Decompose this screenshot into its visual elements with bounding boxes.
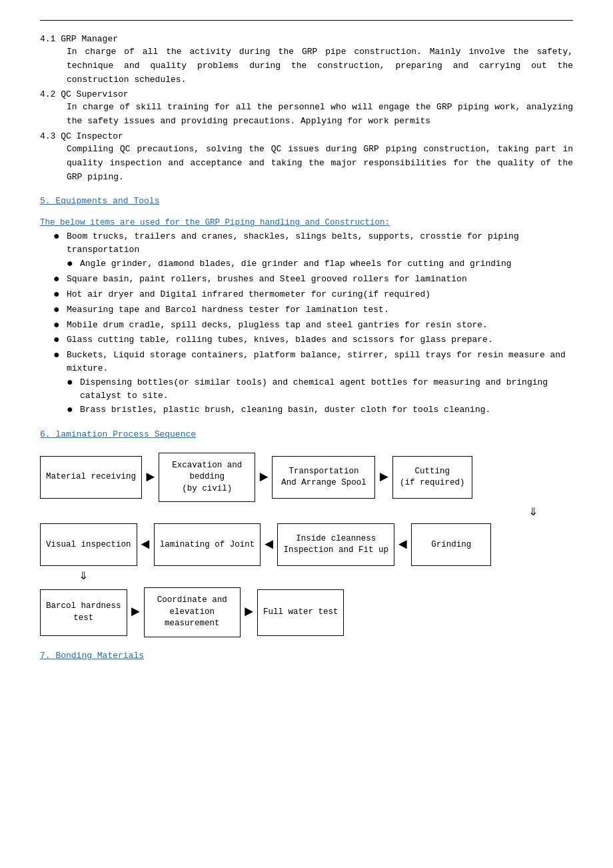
arrow-left-1: ◄ <box>141 537 150 553</box>
flow-label-barcol: Barcol hardness test <box>46 601 121 624</box>
flow-label-visual: Visual inspection <box>46 539 131 551</box>
bullet-text: Hot air dryer and Digital infrared therm… <box>67 288 430 301</box>
top-border <box>40 20 573 21</box>
flow-label-transportation: Transportation And Arrange Spool <box>281 466 366 489</box>
bullet-icon: ● <box>53 349 64 363</box>
subsection-4-2-title: 4.2 QC Supervisor <box>40 89 573 99</box>
bullet-text: Mobile drum cradle, spill decks, plugles… <box>67 319 488 332</box>
flow-label-grinding: Grinding <box>431 539 471 551</box>
subsection-4-3: 4.3 QC Inspector Compiling QC precaution… <box>40 131 573 184</box>
section6-heading: 6. lamination Process Sequence <box>40 429 573 439</box>
list-item: ● Square basin, paint rollers, brushes a… <box>40 273 573 287</box>
flow-box-transportation: Transportation And Arrange Spool <box>272 456 375 499</box>
flow-box-grinding: Grinding <box>411 523 491 566</box>
list-item: ● Dispensing bottles(or similar tools) a… <box>40 376 573 402</box>
bullet-icon: ● <box>53 273 64 287</box>
arrow-right-4: ► <box>131 604 140 621</box>
equipment-list: ● Boom trucks, trailers and cranes, shac… <box>40 230 573 417</box>
bullet-icon: ● <box>53 303 64 317</box>
bullet-text: Dispensing bottles(or similar tools) and… <box>80 376 573 402</box>
arrow-left-3: ◄ <box>398 537 407 553</box>
list-item: ● Hot air dryer and Digital infrared the… <box>40 288 573 302</box>
bullet-text: Measuring tape and Barcol hardness teste… <box>67 303 389 317</box>
bullet-icon: ● <box>53 230 64 244</box>
flow-label-laminating: laminating of Joint <box>160 539 255 551</box>
arrow-right-1: ► <box>146 469 155 486</box>
down-arrow-visual: ⇓ <box>79 566 87 586</box>
section5-heading: 5. Equipments and Tools <box>40 196 573 206</box>
bullet-icon: ● <box>53 288 64 302</box>
flow-label-material-receiving: Material receiving <box>46 471 136 483</box>
bullet-text: Glass cutting table, rolling tubes, kniv… <box>67 333 493 347</box>
flow-box-barcol: Barcol hardness test <box>40 589 127 636</box>
list-item: ● Glass cutting table, rolling tubes, kn… <box>40 333 573 347</box>
list-item: ● Buckets, Liquid storage containers, pl… <box>40 349 573 375</box>
flow-box-coordinate: Coordinate and elevation measurement <box>144 587 241 637</box>
section7-heading: 7. Bonding Materials <box>40 651 573 661</box>
list-item: ● Measuring tape and Barcol hardness tes… <box>40 303 573 317</box>
flow-box-material-receiving: Material receiving <box>40 456 142 499</box>
subsection-4-3-body: Compiling QC precautions, solving the QC… <box>40 143 573 184</box>
flow-box-cutting: Cutting (if required) <box>392 456 472 499</box>
flow-box-fullwater: Full water test <box>257 589 344 636</box>
page: 4.1 GRP Manager In charge of all the act… <box>0 0 613 691</box>
list-item: ● Brass bristles, plastic brush, cleanin… <box>40 403 573 417</box>
arrow-right-2: ► <box>259 469 268 486</box>
bullet-text: Brass bristles, plastic brush, cleaning … <box>80 403 490 417</box>
bullet-text: Square basin, paint rollers, brushes and… <box>67 273 467 286</box>
down-arrow-cutting: ⇓ <box>528 502 537 522</box>
flow-label-inside-cleanness: Inside cleanness Inspection and Fit up <box>283 533 388 557</box>
subsection-4-1-title: 4.1 GRP Manager <box>40 34 573 44</box>
bullet-icon: ● <box>53 333 64 347</box>
flow-box-inside-cleanness: Inside cleanness Inspection and Fit up <box>277 523 394 566</box>
subsection-4-2: 4.2 QC Supervisor In charge of skill tra… <box>40 89 573 129</box>
flow-box-laminating: laminating of Joint <box>154 523 261 566</box>
subsection-4-1-body: In charge of all the activity during the… <box>40 45 573 87</box>
arrow-left-2: ◄ <box>265 537 273 553</box>
bullet-text: Buckets, Liquid storage containers, plat… <box>67 349 573 375</box>
flow-label-excavation: Excavation and bedding (by civil) <box>172 460 242 495</box>
bullet-text: Boom trucks, trailers and cranes, shackl… <box>67 230 573 256</box>
flow-label-coordinate: Coordinate and elevation measurement <box>157 595 227 630</box>
bullet-icon: ● <box>67 257 77 271</box>
list-item: ● Angle grinder, diamond blades, die gri… <box>40 257 573 271</box>
flow-label-cutting: Cutting (if required) <box>400 466 465 489</box>
bullet-text: Angle grinder, diamond blades, die grind… <box>80 257 512 271</box>
section5-subheading: The below items are used for the GRP Pip… <box>40 218 573 227</box>
bullet-icon: ● <box>67 403 77 417</box>
subsection-4-2-body: In charge of skill training for all the … <box>40 101 573 129</box>
bullet-icon: ● <box>67 376 77 390</box>
flow-box-visual: Visual inspection <box>40 523 137 566</box>
list-item: ● Boom trucks, trailers and cranes, shac… <box>40 230 573 256</box>
bullet-icon: ● <box>53 319 64 333</box>
arrow-right-3: ► <box>379 469 388 486</box>
subsection-4-3-title: 4.3 QC Inspector <box>40 131 573 141</box>
cutting-col: Cutting (if required) <box>392 456 472 499</box>
arrow-right-5: ► <box>245 604 253 621</box>
flow-diagram: Material receiving ► Excavation and bedd… <box>40 453 573 637</box>
list-item: ● Mobile drum cradle, spill decks, plugl… <box>40 319 573 333</box>
flow-label-fullwater: Full water test <box>263 607 338 619</box>
flow-box-excavation: Excavation and bedding (by civil) <box>159 453 255 503</box>
subsection-4-1: 4.1 GRP Manager In charge of all the act… <box>40 34 573 87</box>
